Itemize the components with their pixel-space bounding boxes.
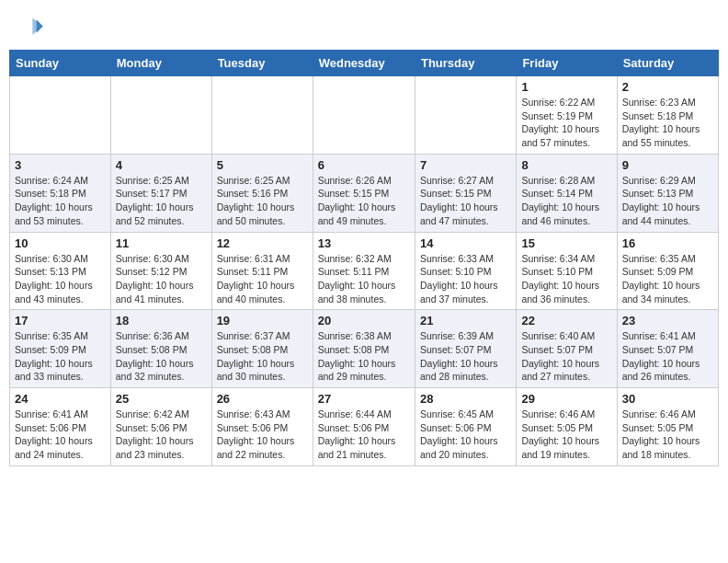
- day-number: 30: [622, 392, 713, 406]
- calendar-cell: 19Sunrise: 6:37 AM Sunset: 5:08 PM Dayli…: [211, 310, 313, 388]
- day-info: Sunrise: 6:28 AM Sunset: 5:14 PM Dayligh…: [521, 174, 611, 228]
- day-info: Sunrise: 6:46 AM Sunset: 5:05 PM Dayligh…: [622, 408, 713, 462]
- calendar-cell: 11Sunrise: 6:30 AM Sunset: 5:12 PM Dayli…: [110, 232, 211, 310]
- day-info: Sunrise: 6:32 AM Sunset: 5:11 PM Dayligh…: [318, 252, 410, 306]
- calendar-header-row: SundayMondayTuesdayWednesdayThursdayFrid…: [10, 51, 719, 76]
- calendar-cell: 28Sunrise: 6:45 AM Sunset: 5:06 PM Dayli…: [415, 388, 516, 466]
- day-number: 26: [217, 392, 308, 406]
- calendar-cell: [10, 76, 111, 155]
- day-info: Sunrise: 6:31 AM Sunset: 5:11 PM Dayligh…: [217, 252, 308, 306]
- day-info: Sunrise: 6:34 AM Sunset: 5:10 PM Dayligh…: [521, 252, 611, 306]
- day-number: 25: [116, 392, 207, 406]
- calendar-cell: 22Sunrise: 6:40 AM Sunset: 5:07 PM Dayli…: [517, 310, 617, 388]
- calendar-cell: 21Sunrise: 6:39 AM Sunset: 5:07 PM Dayli…: [415, 310, 516, 388]
- day-number: 18: [116, 314, 207, 327]
- day-info: Sunrise: 6:38 AM Sunset: 5:08 PM Dayligh…: [318, 329, 410, 384]
- day-number: 14: [420, 236, 511, 250]
- day-info: Sunrise: 6:37 AM Sunset: 5:08 PM Dayligh…: [217, 329, 308, 384]
- calendar-table: SundayMondayTuesdayWednesdayThursdayFrid…: [9, 50, 719, 466]
- calendar-cell: 16Sunrise: 6:35 AM Sunset: 5:09 PM Dayli…: [617, 232, 718, 310]
- col-header-saturday: Saturday: [617, 51, 718, 76]
- day-number: 29: [521, 392, 611, 406]
- calendar-cell: 10Sunrise: 6:30 AM Sunset: 5:13 PM Dayli…: [10, 232, 111, 310]
- day-info: Sunrise: 6:22 AM Sunset: 5:19 PM Dayligh…: [521, 96, 611, 150]
- calendar-cell: 18Sunrise: 6:36 AM Sunset: 5:08 PM Dayli…: [110, 310, 211, 388]
- day-number: 16: [622, 236, 713, 250]
- calendar-cell: 23Sunrise: 6:41 AM Sunset: 5:07 PM Dayli…: [617, 310, 718, 388]
- calendar-week-row: 17Sunrise: 6:35 AM Sunset: 5:09 PM Dayli…: [10, 310, 719, 388]
- day-info: Sunrise: 6:29 AM Sunset: 5:13 PM Dayligh…: [622, 174, 713, 228]
- day-number: 27: [318, 392, 410, 406]
- logo-icon: [18, 15, 44, 40]
- day-info: Sunrise: 6:26 AM Sunset: 5:15 PM Dayligh…: [318, 174, 410, 228]
- calendar-cell: [110, 76, 211, 155]
- day-info: Sunrise: 6:35 AM Sunset: 5:09 PM Dayligh…: [15, 329, 106, 384]
- calendar-cell: 5Sunrise: 6:25 AM Sunset: 5:16 PM Daylig…: [211, 154, 313, 232]
- day-info: Sunrise: 6:27 AM Sunset: 5:15 PM Dayligh…: [420, 174, 511, 228]
- calendar-cell: 9Sunrise: 6:29 AM Sunset: 5:13 PM Daylig…: [617, 154, 718, 232]
- calendar-cell: 13Sunrise: 6:32 AM Sunset: 5:11 PM Dayli…: [313, 232, 415, 310]
- col-header-sunday: Sunday: [10, 51, 111, 76]
- day-number: 24: [15, 392, 106, 406]
- day-number: 23: [622, 314, 713, 327]
- day-number: 13: [318, 236, 410, 250]
- day-number: 2: [622, 80, 713, 94]
- svg-marker-1: [32, 18, 42, 35]
- calendar-cell: 7Sunrise: 6:27 AM Sunset: 5:15 PM Daylig…: [415, 154, 516, 232]
- calendar-cell: 14Sunrise: 6:33 AM Sunset: 5:10 PM Dayli…: [415, 232, 516, 310]
- calendar-cell: 25Sunrise: 6:42 AM Sunset: 5:06 PM Dayli…: [110, 388, 211, 466]
- day-info: Sunrise: 6:39 AM Sunset: 5:07 PM Dayligh…: [420, 329, 511, 384]
- calendar-cell: 1Sunrise: 6:22 AM Sunset: 5:19 PM Daylig…: [517, 76, 617, 155]
- page-header: [9, 9, 719, 44]
- day-number: 11: [116, 236, 207, 250]
- day-number: 7: [420, 158, 511, 172]
- day-number: 8: [521, 158, 611, 172]
- calendar-cell: 26Sunrise: 6:43 AM Sunset: 5:06 PM Dayli…: [211, 388, 313, 466]
- day-info: Sunrise: 6:30 AM Sunset: 5:12 PM Dayligh…: [116, 252, 207, 306]
- day-number: 28: [420, 392, 511, 406]
- day-number: 22: [521, 314, 611, 327]
- day-number: 4: [116, 158, 207, 172]
- day-info: Sunrise: 6:43 AM Sunset: 5:06 PM Dayligh…: [217, 408, 308, 462]
- day-number: 5: [217, 158, 308, 172]
- day-info: Sunrise: 6:46 AM Sunset: 5:05 PM Dayligh…: [521, 408, 611, 462]
- calendar-cell: [415, 76, 516, 155]
- day-info: Sunrise: 6:36 AM Sunset: 5:08 PM Dayligh…: [116, 329, 207, 384]
- day-info: Sunrise: 6:25 AM Sunset: 5:17 PM Dayligh…: [116, 174, 207, 228]
- day-info: Sunrise: 6:41 AM Sunset: 5:06 PM Dayligh…: [15, 408, 106, 462]
- col-header-monday: Monday: [110, 51, 211, 76]
- day-info: Sunrise: 6:40 AM Sunset: 5:07 PM Dayligh…: [521, 329, 611, 384]
- calendar-cell: 30Sunrise: 6:46 AM Sunset: 5:05 PM Dayli…: [617, 388, 718, 466]
- calendar-week-row: 3Sunrise: 6:24 AM Sunset: 5:18 PM Daylig…: [10, 154, 719, 232]
- calendar-week-row: 1Sunrise: 6:22 AM Sunset: 5:19 PM Daylig…: [10, 76, 719, 155]
- day-info: Sunrise: 6:30 AM Sunset: 5:13 PM Dayligh…: [15, 252, 106, 306]
- calendar-cell: 2Sunrise: 6:23 AM Sunset: 5:18 PM Daylig…: [617, 76, 718, 155]
- calendar-cell: [211, 76, 313, 155]
- calendar-cell: 20Sunrise: 6:38 AM Sunset: 5:08 PM Dayli…: [313, 310, 415, 388]
- day-info: Sunrise: 6:45 AM Sunset: 5:06 PM Dayligh…: [420, 408, 511, 462]
- day-number: 9: [622, 158, 713, 172]
- col-header-tuesday: Tuesday: [211, 51, 313, 76]
- day-info: Sunrise: 6:41 AM Sunset: 5:07 PM Dayligh…: [622, 329, 713, 384]
- calendar-cell: 15Sunrise: 6:34 AM Sunset: 5:10 PM Dayli…: [517, 232, 617, 310]
- calendar-cell: 17Sunrise: 6:35 AM Sunset: 5:09 PM Dayli…: [10, 310, 111, 388]
- col-header-friday: Friday: [517, 51, 617, 76]
- calendar-cell: 8Sunrise: 6:28 AM Sunset: 5:14 PM Daylig…: [517, 154, 617, 232]
- day-info: Sunrise: 6:23 AM Sunset: 5:18 PM Dayligh…: [622, 96, 713, 150]
- day-number: 19: [217, 314, 308, 327]
- day-info: Sunrise: 6:44 AM Sunset: 5:06 PM Dayligh…: [318, 408, 410, 462]
- day-number: 12: [217, 236, 308, 250]
- day-info: Sunrise: 6:42 AM Sunset: 5:06 PM Dayligh…: [116, 408, 207, 462]
- day-number: 6: [318, 158, 410, 172]
- calendar-cell: 29Sunrise: 6:46 AM Sunset: 5:05 PM Dayli…: [517, 388, 617, 466]
- day-number: 17: [15, 314, 106, 327]
- day-info: Sunrise: 6:35 AM Sunset: 5:09 PM Dayligh…: [622, 252, 713, 306]
- calendar-cell: 27Sunrise: 6:44 AM Sunset: 5:06 PM Dayli…: [313, 388, 415, 466]
- day-number: 21: [420, 314, 511, 327]
- day-number: 3: [15, 158, 106, 172]
- col-header-thursday: Thursday: [415, 51, 516, 76]
- day-number: 1: [521, 80, 611, 94]
- day-info: Sunrise: 6:33 AM Sunset: 5:10 PM Dayligh…: [420, 252, 511, 306]
- calendar-week-row: 10Sunrise: 6:30 AM Sunset: 5:13 PM Dayli…: [10, 232, 719, 310]
- calendar-cell: 6Sunrise: 6:26 AM Sunset: 5:15 PM Daylig…: [313, 154, 415, 232]
